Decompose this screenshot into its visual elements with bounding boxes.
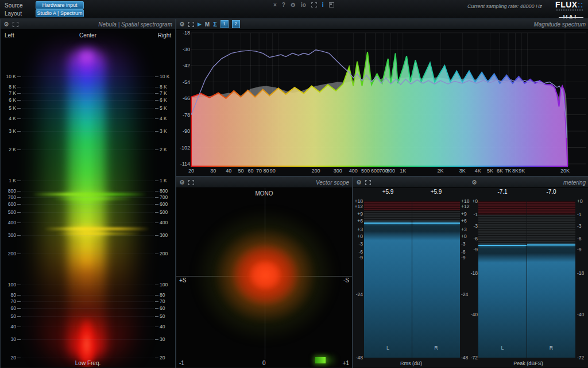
meter-grey-zone — [364, 210, 412, 223]
nebula-title: Nebula | Spatial spectrogram — [98, 21, 172, 28]
meter-scale-label: -3 — [353, 241, 363, 247]
freq-tick-label: 90 — [270, 168, 276, 174]
freq-tick-label: 500 — [361, 168, 370, 174]
expand-icon[interactable] — [365, 180, 371, 185]
info-icon[interactable]: i — [322, 2, 324, 8]
meter-scale-label: +12 — [353, 204, 363, 209]
close-icon[interactable]: × — [273, 2, 277, 8]
corr-minus-one-label: -1 — [179, 360, 184, 366]
sum-icon[interactable]: Σ — [213, 21, 217, 28]
meter-red-zone — [478, 201, 527, 214]
channel-label: R — [412, 345, 460, 351]
metering-title: metering — [563, 179, 586, 186]
spectrum-header: ⚙ ▶ M Σ 1 2 Magnitude spectrum — [176, 19, 588, 30]
nebula-green-blob — [55, 190, 118, 203]
db-tick-label: -102 — [180, 145, 190, 151]
spectrum-plot[interactable]: -18-30-42-54-66-78-90-102-11420304050607… — [176, 30, 588, 175]
help-icon[interactable]: ? — [282, 2, 285, 8]
meter-grey-zone — [527, 214, 575, 245]
freq-tick-label: 2K — [437, 168, 443, 174]
freq-tick-label: 20 — [188, 168, 194, 174]
gear-icon[interactable]: ⚙ — [356, 179, 362, 186]
expand-icon[interactable] — [188, 180, 194, 185]
magnitude-spectrum-panel: ⚙ ▶ M Σ 1 2 Magnitude spectrum -18-30-42… — [176, 18, 588, 177]
meter-scale-label: -6 — [353, 249, 363, 255]
max-hold-icon[interactable]: M — [205, 21, 210, 28]
nebula-yellow-blob — [61, 224, 113, 239]
meter-bar[interactable]: R — [527, 201, 575, 358]
expand-icon[interactable] — [188, 22, 194, 27]
play-icon[interactable]: ▶ — [198, 21, 202, 27]
meter-value-line — [412, 223, 460, 224]
channel-2-button[interactable]: 2 — [232, 20, 240, 28]
source-label: Source — [5, 2, 23, 9]
io-icon[interactable]: io — [301, 2, 306, 8]
meter-scale-label: -18 — [470, 270, 478, 276]
vector-scope-panel: ⚙ Vector scope MONO +S -S -1 0 +1 — [176, 177, 353, 368]
gear-icon[interactable]: ⚙ — [179, 179, 185, 186]
meter-fill — [364, 223, 412, 358]
layout-selector[interactable]: Studio A | Spectrum — [36, 9, 84, 17]
meter-value: -7.0 — [527, 189, 575, 195]
freq-tick-label: 6K — [497, 168, 503, 174]
gear-icon[interactable]: ⚙ — [3, 21, 9, 28]
meter-value-line — [527, 244, 575, 246]
vector-header: ⚙ Vector scope — [176, 177, 352, 188]
vector-blob-core — [248, 259, 283, 291]
level-meters[interactable]: +18+12+9+6+3+0-3-6-9-24-48+18+12+9+6+3+0… — [353, 188, 588, 367]
meter-bar[interactable]: R — [412, 201, 460, 358]
window-icon[interactable] — [329, 2, 334, 7]
meter-scale-label: -72 — [577, 355, 587, 361]
meter-scale-label: -9 — [461, 255, 469, 260]
meter-scale-label: +9 — [353, 211, 363, 217]
metering-panel: ⚙ ⚙ metering +18+12+9+6+3+0-3-6-9-24-48+… — [353, 177, 588, 368]
freq-tick-label: 7K — [505, 168, 512, 174]
meter-grey-zone — [412, 210, 460, 223]
meter-red-zone — [527, 201, 575, 214]
source-selector[interactable]: Hardware input — [36, 1, 84, 9]
gear-icon[interactable]: ⚙ — [179, 21, 185, 28]
meter-scale-label: -6 — [470, 236, 478, 241]
meter-scale-label: -3 — [461, 241, 469, 247]
settings-icon[interactable]: ⚙ — [291, 2, 296, 8]
freq-tick-label: 20K — [560, 168, 570, 174]
sampling-rate-text: Current sampling rate: 48000 Hz — [467, 3, 542, 9]
vector-scope-display[interactable]: MONO +S -S -1 0 +1 — [176, 188, 352, 367]
metering-header: ⚙ ⚙ metering — [353, 177, 588, 188]
meter-scale-label: +6 — [353, 218, 363, 224]
peak-gear-icon[interactable]: ⚙ — [471, 179, 477, 186]
meter-bar[interactable]: L — [478, 201, 527, 358]
meter-scale-label: -6 — [461, 249, 469, 255]
meter-scale-label: -40 — [577, 312, 587, 317]
db-tick-label: -54 — [183, 79, 190, 85]
flux-logo-text: FLUX — [555, 0, 578, 9]
meter-fill — [527, 245, 575, 358]
meter-value: +5.9 — [364, 189, 412, 195]
meter-scale-label: -6 — [577, 236, 587, 241]
meter-scale-label: -48 — [353, 355, 363, 361]
rainbow-spectrum-area — [191, 52, 567, 166]
meter-value-line — [478, 245, 527, 246]
freq-tick-label: 80 — [264, 168, 269, 174]
db-tick-label: -18 — [183, 30, 190, 36]
freq-tick-label: 50 — [238, 168, 243, 174]
meter-fill — [478, 246, 527, 358]
freq-tick-label: 300 — [334, 168, 342, 174]
meter-scale-label: -48 — [461, 355, 469, 361]
meter-scale-label: -9 — [470, 247, 478, 252]
flux-tagline-strip — [556, 9, 583, 11]
fullscreen-icon[interactable] — [311, 2, 317, 7]
toolbar-icons: × ? ⚙ io i — [273, 2, 334, 8]
meter-bar[interactable]: L — [364, 201, 412, 358]
freq-tick-label: 800 — [386, 168, 395, 174]
vector-title: Vector scope — [316, 179, 349, 186]
meter-red-zone — [364, 201, 412, 210]
meter-fill — [412, 223, 460, 358]
db-tick-label: -114 — [180, 161, 190, 167]
spectrum-title: Magnitude spectrum — [533, 21, 586, 28]
channel-1-button[interactable]: 1 — [220, 20, 229, 28]
expand-icon[interactable] — [13, 22, 18, 27]
nebula-display[interactable] — [1, 30, 175, 367]
minus-s-label: -S — [343, 277, 349, 283]
freq-tick-label: 8K — [512, 168, 519, 174]
